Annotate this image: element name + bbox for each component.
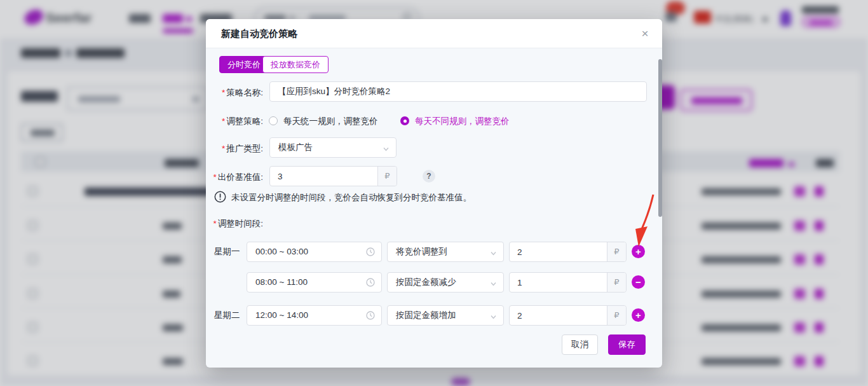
clock-icon — [366, 278, 375, 287]
clock-icon — [366, 247, 375, 256]
save-button[interactable]: 保存 — [608, 334, 646, 355]
remove-row-button[interactable]: − — [632, 275, 645, 289]
help-icon[interactable]: ? — [423, 170, 435, 183]
chevron-down-icon — [491, 251, 496, 256]
chevron-down-icon — [491, 314, 496, 320]
clock-icon — [366, 311, 375, 320]
currency-suffix: ₽ — [607, 242, 626, 261]
rule-select[interactable]: 按固定金额减少 — [387, 272, 504, 293]
time-row: 星期一 00:00 ~ 03:00 将竞价调整到 ₽ + — [206, 242, 662, 262]
required-mark: * — [213, 219, 216, 228]
day-label: 星期二 — [214, 305, 240, 326]
bid-value-field: ₽ — [509, 305, 627, 326]
rule-value: 按固定金额减少 — [396, 277, 456, 287]
day-label: 星期一 — [214, 242, 240, 262]
promo-type-select[interactable]: 模板广告 — [269, 137, 397, 158]
rule-select[interactable]: 按固定金额增加 — [387, 305, 504, 326]
chevron-down-icon — [383, 146, 389, 152]
rule-value: 按固定金额增加 — [396, 310, 456, 320]
strategy-name-field — [269, 81, 647, 102]
time-range-value: 00:00 ~ 03:00 — [255, 247, 308, 256]
minus-icon: − — [635, 277, 641, 287]
time-range-value: 12:00 ~ 14:00 — [255, 310, 308, 320]
rule-value: 将竞价调整到 — [396, 247, 447, 256]
tab-time-bidding[interactable]: 分时竞价 — [219, 56, 269, 73]
radio-daily-label[interactable]: 每天不同规则，调整竞价 — [415, 116, 510, 127]
bid-value-field: ₽ — [509, 242, 627, 262]
radio-uniform-label[interactable]: 每天统一规则，调整竞价 — [283, 116, 378, 127]
bid-base-input[interactable] — [270, 167, 379, 186]
promo-type-label: *推广类型: — [206, 143, 263, 155]
strategy-name-input[interactable] — [270, 82, 646, 101]
strategy-name-label: *策略名称: — [206, 87, 263, 99]
plus-icon: + — [635, 310, 641, 321]
currency-suffix: ₽ — [377, 167, 397, 186]
currency-suffix: ₽ — [607, 273, 626, 292]
time-range-picker[interactable]: 00:00 ~ 03:00 — [247, 242, 382, 262]
radio-uniform-rule[interactable] — [269, 116, 278, 125]
add-row-button[interactable]: + — [632, 308, 645, 322]
required-mark: * — [222, 88, 225, 97]
required-mark: * — [222, 144, 225, 153]
warning-icon — [214, 191, 226, 205]
bid-base-field: ₽ — [269, 166, 397, 186]
adjust-strategy-options: 每天统一规则，调整竞价 每天不同规则，调整竞价 — [206, 114, 662, 127]
chevron-down-icon — [491, 281, 496, 287]
dialog-header: 新建自动竞价策略 × — [206, 19, 662, 48]
dialog-title: 新建自动竞价策略 — [221, 19, 297, 48]
time-row: 08:00 ~ 11:00 按固定金额减少 ₽ − — [206, 272, 662, 293]
warning-text: 未设置分时调整的时间段，竞价会自动恢复到分时竞价基准值。 — [231, 192, 638, 203]
bid-value-input[interactable] — [510, 273, 608, 292]
time-range-picker[interactable]: 12:00 ~ 14:00 — [247, 305, 382, 326]
cancel-button[interactable]: 取消 — [562, 334, 598, 355]
close-icon[interactable]: × — [638, 27, 652, 41]
bid-base-label: *出价基准值: — [206, 172, 263, 183]
bid-value-input[interactable] — [510, 242, 608, 261]
rule-select[interactable]: 将竞价调整到 — [387, 242, 504, 262]
tab-data-bidding[interactable]: 投放数据竞价 — [262, 56, 329, 73]
bid-value-input[interactable] — [510, 306, 608, 325]
bid-value-field: ₽ — [509, 272, 627, 293]
annotation-arrow-icon — [632, 191, 660, 251]
time-row: 星期二 12:00 ~ 14:00 按固定金额增加 ₽ + — [206, 305, 662, 326]
currency-suffix: ₽ — [607, 306, 626, 325]
new-auto-bid-strategy-dialog: 新建自动竞价策略 × 分时竞价 投放数据竞价 *策略名称: *调整策略: 每天统… — [206, 19, 662, 368]
time-range-picker[interactable]: 08:00 ~ 11:00 — [247, 272, 382, 293]
promo-type-value: 模板广告 — [278, 142, 313, 152]
time-section-label: *调整时间段: — [206, 218, 263, 230]
radio-daily-rule[interactable] — [400, 116, 409, 125]
time-range-value: 08:00 ~ 11:00 — [255, 277, 308, 287]
required-mark: * — [213, 172, 216, 182]
